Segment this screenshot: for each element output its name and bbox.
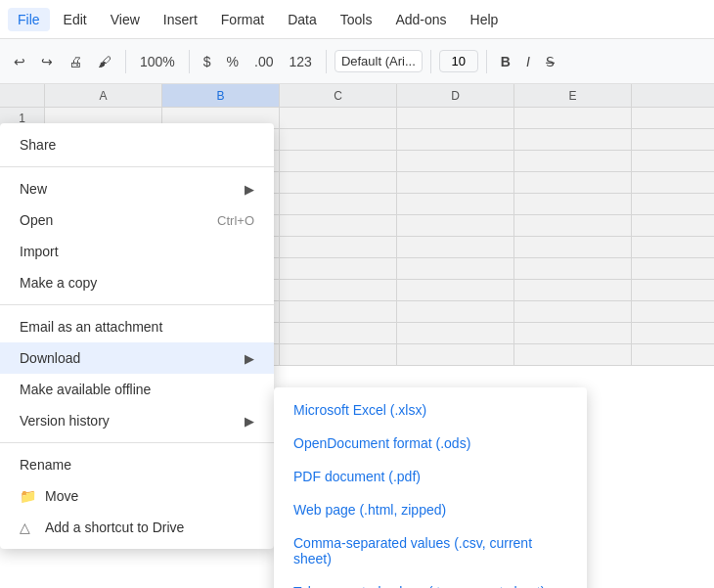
menu-item-move[interactable]: 📁 Move (0, 480, 274, 512)
bold-button[interactable]: B (495, 50, 516, 73)
paint-format-button[interactable]: 🖌 (92, 50, 117, 73)
menu-item-offline[interactable]: Make available offline (0, 374, 274, 405)
menu-item-make-copy[interactable]: Make a copy (0, 267, 274, 298)
new-label: New (20, 181, 47, 197)
menu-edit[interactable]: Edit (54, 8, 97, 31)
rename-label: Rename (20, 457, 71, 473)
menu-file[interactable]: File (8, 8, 50, 31)
version-history-arrow-icon: ▶ (245, 414, 254, 429)
menu-addons[interactable]: Add-ons (385, 8, 456, 31)
version-history-label: Version history (20, 413, 110, 429)
pdf-label: PDF document (.pdf) (293, 469, 421, 484)
menu-view[interactable]: View (101, 8, 150, 31)
drive-icon: △ (20, 520, 39, 535)
font-selector[interactable]: Default (Ari... (335, 50, 423, 72)
sheet-area: A B C D E 1 2 3 4 5 (0, 84, 714, 366)
divider-1 (0, 166, 274, 167)
ods-label: OpenDocument format (.ods) (293, 435, 470, 451)
import-label: Import (20, 244, 59, 259)
share-label: Share (20, 137, 56, 153)
tsv-label: Tab-separated values (.tsv, current shee… (293, 584, 545, 588)
download-label: Download (20, 350, 80, 366)
submenu-item-pdf[interactable]: PDF document (.pdf) (274, 460, 587, 493)
menu-item-import[interactable]: Import (0, 236, 274, 267)
submenu-item-tsv[interactable]: Tab-separated values (.tsv, current shee… (274, 575, 587, 588)
menu-insert[interactable]: Insert (154, 8, 207, 31)
undo-button[interactable]: ↩ (8, 50, 31, 73)
separator-4 (430, 50, 431, 73)
menu-data[interactable]: Data (278, 8, 327, 31)
strikethrough-button[interactable]: S̶ (540, 50, 560, 73)
menu-format[interactable]: Format (211, 8, 274, 31)
separator-5 (486, 50, 487, 73)
menu-tools[interactable]: Tools (331, 8, 382, 31)
menu-item-email[interactable]: Email as an attachment (0, 311, 274, 342)
separator-1 (125, 50, 126, 73)
menu-item-share[interactable]: Share (0, 129, 274, 160)
separator-3 (326, 50, 327, 73)
decimal-btn[interactable]: .00 (248, 50, 279, 73)
submenu-item-xlsx[interactable]: Microsoft Excel (.xlsx) (274, 393, 587, 427)
menubar: File Edit View Insert Format Data Tools … (0, 0, 714, 39)
menu-item-open[interactable]: Open Ctrl+O (0, 204, 274, 236)
toolbar: ↩ ↪ 🖨 🖌 100% $ % .00 123 Default (Ari...… (0, 39, 714, 84)
menu-item-download[interactable]: Download ▶ (0, 342, 274, 374)
menu-item-rename[interactable]: Rename (0, 449, 274, 480)
html-label: Web page (.html, zipped) (293, 502, 446, 518)
open-label: Open (20, 212, 53, 228)
print-button[interactable]: 🖨 (63, 50, 88, 73)
open-shortcut: Ctrl+O (217, 213, 254, 228)
new-arrow-icon: ▶ (245, 182, 254, 197)
file-menu-dropdown: Share New ▶ Open Ctrl+O Import Make a co… (0, 123, 274, 549)
menu-item-new[interactable]: New ▶ (0, 173, 274, 204)
folder-icon: 📁 (20, 488, 39, 504)
percent-button[interactable]: % (221, 50, 245, 73)
download-submenu: Microsoft Excel (.xlsx) OpenDocument for… (274, 387, 587, 588)
add-shortcut-label: Add a shortcut to Drive (45, 520, 184, 535)
offline-label: Make available offline (20, 382, 151, 397)
zoom-100[interactable]: 100% (134, 50, 181, 73)
move-label: Move (45, 488, 78, 504)
number-format-btn[interactable]: 123 (284, 50, 318, 73)
download-arrow-icon: ▶ (245, 351, 254, 366)
xlsx-label: Microsoft Excel (.xlsx) (293, 402, 426, 418)
csv-label: Comma-separated values (.csv, current sh… (293, 535, 567, 566)
separator-2 (189, 50, 190, 73)
menu-item-version-history[interactable]: Version history ▶ (0, 405, 274, 436)
currency-button[interactable]: $ (198, 50, 217, 73)
menu-item-add-shortcut[interactable]: △ Add a shortcut to Drive (0, 512, 274, 543)
divider-3 (0, 442, 274, 443)
divider-2 (0, 304, 274, 305)
email-label: Email as an attachment (20, 319, 162, 335)
italic-button[interactable]: I (520, 50, 536, 73)
font-size-input[interactable]: 10 (439, 50, 478, 72)
submenu-item-csv[interactable]: Comma-separated values (.csv, current sh… (274, 526, 587, 575)
redo-button[interactable]: ↪ (35, 50, 59, 73)
submenu-item-html[interactable]: Web page (.html, zipped) (274, 493, 587, 526)
submenu-item-ods[interactable]: OpenDocument format (.ods) (274, 427, 587, 460)
make-copy-label: Make a copy (20, 275, 97, 291)
menu-help[interactable]: Help (461, 8, 509, 31)
